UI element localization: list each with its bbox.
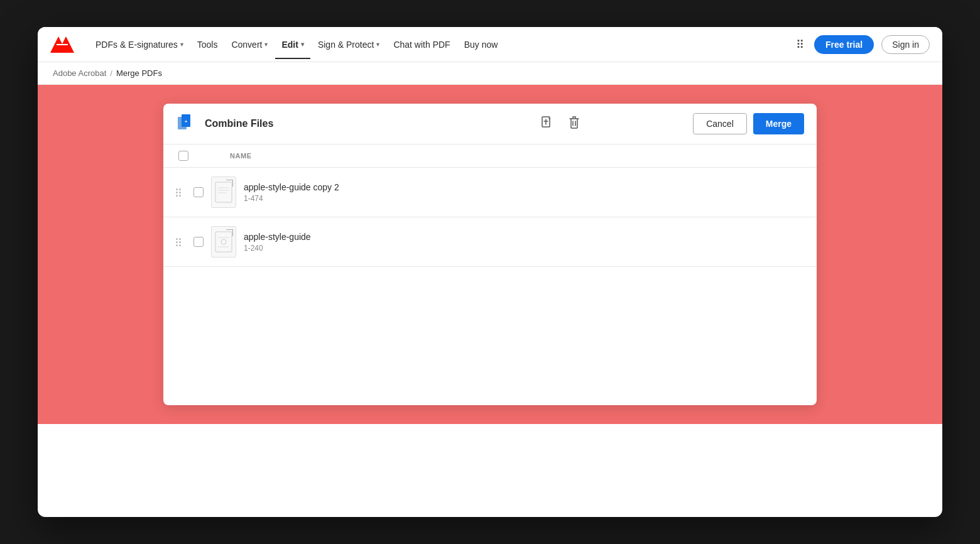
file-thumbnail [211,226,236,258]
chevron-down-icon: ▾ [376,41,379,48]
header-checkbox-col [176,151,191,161]
nav-item-chat[interactable]: Chat with PDF [387,36,456,53]
browser-window: PDFs & E-signatures ▾ Tools Convert ▾ Ed… [38,27,942,517]
drag-handle-icon[interactable] [176,238,186,246]
combine-actions: Cancel Merge [693,113,804,134]
combine-header: + Combine Files [163,104,817,144]
file-table: NAME [163,144,817,267]
main-nav: PDFs & E-signatures ▾ Tools Convert ▾ Ed… [38,27,942,62]
cancel-button[interactable]: Cancel [693,113,747,134]
name-column-header: NAME [199,152,804,160]
file-info: apple-style-guide 1-240 [244,232,804,253]
nav-right: ⠿ Free trial Sign in [793,35,930,54]
table-row[interactable]: apple-style-guide 1-240 [163,217,817,267]
row-checkbox[interactable] [193,187,204,197]
file-thumbnail [211,177,236,208]
nav-item-convert[interactable]: Convert ▾ [225,36,274,53]
drag-handle-icon[interactable] [176,188,186,197]
combine-files-icon: + [176,112,199,135]
sign-in-button[interactable]: Sign in [881,35,930,54]
apps-grid-icon[interactable]: ⠿ [793,35,807,54]
table-header: NAME [163,144,817,168]
chevron-down-icon: ▾ [264,41,268,48]
breadcrumb-parent[interactable]: Adobe Acrobat [53,68,106,78]
chevron-down-icon: ▾ [180,41,183,48]
breadcrumb: Adobe Acrobat / Merge PDFs [38,62,942,85]
combine-toolbar [435,113,687,135]
file-pages: 1-240 [244,244,804,253]
nav-item-sign[interactable]: Sign & Protect ▾ [312,36,386,53]
nav-item-tools[interactable]: Tools [191,36,224,53]
nav-item-pdfs[interactable]: PDFs & E-signatures ▾ [89,36,190,53]
main-content: + Combine Files [38,85,942,424]
delete-icon[interactable] [565,113,583,135]
row-checkbox[interactable] [193,237,204,247]
svg-text:+: + [185,119,188,124]
combine-panel: + Combine Files [163,104,817,405]
table-row[interactable]: apple-style-guide copy 2 1-474 [163,168,817,217]
combine-panel-title: Combine Files [205,118,273,129]
chevron-down-icon: ▾ [301,41,304,48]
free-trial-button[interactable]: Free trial [814,35,874,54]
merge-button[interactable]: Merge [753,113,804,134]
file-pages: 1-474 [244,194,804,203]
nav-item-edit[interactable]: Edit ▾ [275,36,310,53]
svg-rect-9 [215,182,232,202]
combine-title-group: + Combine Files [176,112,428,135]
file-name: apple-style-guide [244,232,804,242]
nav-items: PDFs & E-signatures ▾ Tools Convert ▾ Ed… [89,36,791,53]
file-info: apple-style-guide copy 2 1-474 [244,182,804,203]
nav-item-buy[interactable]: Buy now [458,36,504,53]
adobe-logo[interactable] [50,36,74,53]
select-all-checkbox[interactable] [178,151,188,161]
breadcrumb-separator: / [110,68,112,78]
svg-rect-13 [215,232,232,252]
breadcrumb-current: Merge PDFs [116,68,162,78]
svg-rect-2 [57,44,68,45]
add-file-icon[interactable] [538,113,557,135]
file-name: apple-style-guide copy 2 [244,182,804,192]
